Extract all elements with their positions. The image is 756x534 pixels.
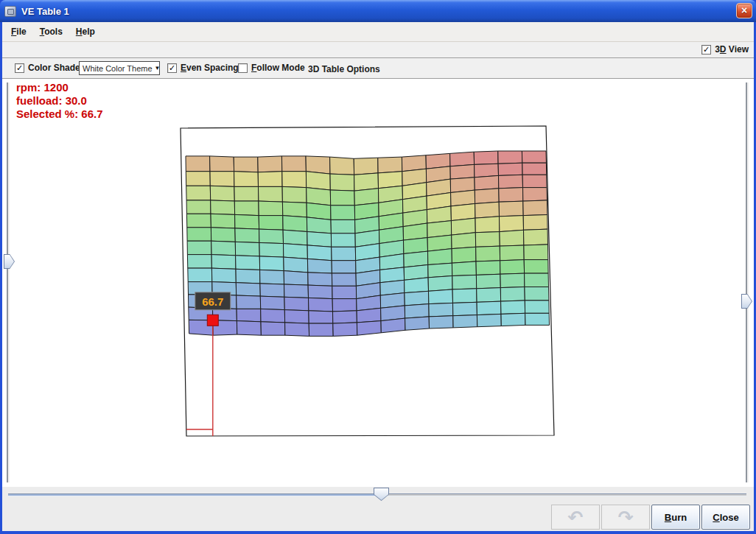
mesh-cell[interactable]	[499, 175, 523, 189]
mesh-cell[interactable]	[499, 188, 523, 203]
mesh-cell[interactable]	[405, 317, 430, 330]
mesh-cell[interactable]	[476, 274, 500, 289]
mesh-cell[interactable]	[522, 151, 546, 163]
mesh-cell[interactable]	[451, 218, 475, 235]
mesh-cell[interactable]	[235, 228, 259, 243]
mesh-cell[interactable]	[452, 233, 476, 249]
mesh-cell[interactable]	[235, 242, 259, 256]
mesh-cell[interactable]	[307, 245, 332, 261]
left-slider-thumb[interactable]	[4, 254, 15, 269]
mesh-cell[interactable]	[237, 309, 261, 321]
mesh-cell[interactable]	[261, 309, 285, 323]
bottom-slider-thumb[interactable]	[374, 488, 389, 501]
undo-button[interactable]: ↶	[551, 505, 600, 530]
mesh-cell[interactable]	[331, 205, 355, 220]
mesh-cell[interactable]	[210, 156, 234, 172]
mesh-cell[interactable]	[259, 186, 283, 202]
mesh-cell[interactable]	[428, 249, 452, 265]
mesh-cell[interactable]	[210, 172, 234, 187]
mesh-cell[interactable]	[309, 323, 333, 336]
titlebar[interactable]: VE Table 1 ×	[0, 0, 756, 22]
mesh-cell[interactable]	[260, 284, 284, 297]
mesh-cell[interactable]	[357, 308, 381, 323]
mesh-cell[interactable]	[234, 157, 258, 172]
mesh-cell[interactable]	[475, 189, 499, 204]
mesh-cell[interactable]	[308, 285, 332, 299]
mesh-cell[interactable]	[500, 230, 524, 246]
mesh-cell[interactable]	[475, 175, 499, 190]
mesh-cell[interactable]	[525, 313, 550, 325]
mesh-cell[interactable]	[259, 256, 284, 271]
mesh-cell[interactable]	[281, 156, 306, 172]
mesh-cell[interactable]	[331, 233, 355, 247]
burn-button[interactable]: Burn	[651, 505, 700, 530]
mesh-cell[interactable]	[236, 269, 260, 284]
mesh-cell[interactable]	[259, 243, 284, 258]
even-spacing-checkbox[interactable]: ✓ Even Spacing	[167, 63, 239, 73]
3d-table-options-button[interactable]: 3D Table Options	[308, 64, 380, 74]
mesh-cell[interactable]	[306, 156, 330, 174]
checkbox-box[interactable]: ✓	[15, 63, 24, 73]
mesh-cell[interactable]	[259, 216, 283, 231]
mesh-cell[interactable]	[187, 241, 211, 254]
mesh-cell[interactable]	[330, 174, 354, 191]
mesh-cell[interactable]	[261, 322, 285, 335]
checkbox-box[interactable]: ✓	[701, 45, 711, 55]
mesh-cell[interactable]	[284, 257, 308, 273]
mesh-cell[interactable]	[284, 297, 309, 311]
mesh-cell[interactable]	[309, 298, 333, 312]
mesh-cell[interactable]	[284, 310, 309, 324]
mesh-cell[interactable]	[330, 190, 354, 205]
mesh-cell[interactable]	[237, 295, 261, 309]
mesh-cell[interactable]	[306, 172, 330, 190]
mesh-cell[interactable]	[405, 304, 429, 319]
mesh-cell[interactable]	[331, 219, 355, 233]
mesh-cell[interactable]	[524, 260, 548, 274]
mesh-cell[interactable]	[476, 261, 500, 275]
mesh-cell[interactable]	[501, 313, 525, 326]
mesh-cell[interactable]	[284, 284, 309, 298]
close-window-button[interactable]: ×	[736, 3, 752, 18]
mesh-cell[interactable]	[330, 157, 354, 175]
mesh-cell[interactable]	[260, 270, 284, 284]
mesh-cell[interactable]	[282, 172, 307, 188]
mesh-cell[interactable]	[211, 214, 235, 228]
left-slider-track[interactable]	[7, 82, 10, 482]
mesh-cell[interactable]	[333, 323, 357, 337]
mesh-cell[interactable]	[332, 273, 356, 286]
right-slider-thumb[interactable]	[741, 294, 752, 309]
mesh-cell[interactable]	[498, 163, 522, 175]
mesh-cell[interactable]	[307, 217, 331, 233]
mesh-cell[interactable]	[186, 186, 211, 200]
mesh-cell[interactable]	[476, 246, 500, 261]
mesh-cell[interactable]	[500, 260, 525, 275]
mesh-cell[interactable]	[186, 200, 211, 214]
mesh-cell[interactable]	[453, 315, 477, 328]
mesh-cell[interactable]	[282, 202, 307, 217]
right-slider-track[interactable]	[746, 82, 749, 482]
mesh-cell[interactable]	[282, 186, 307, 203]
mesh-cell[interactable]	[234, 201, 259, 216]
mesh-cell[interactable]	[258, 172, 282, 187]
mesh-cell[interactable]	[234, 172, 259, 187]
mesh-cell[interactable]	[522, 163, 547, 175]
close-button[interactable]: Close	[701, 505, 750, 530]
mesh-cell[interactable]	[499, 201, 523, 217]
mesh-cell[interactable]	[307, 232, 332, 247]
mesh-cell[interactable]	[475, 164, 499, 178]
mesh-cell[interactable]	[332, 261, 356, 273]
mesh-cell[interactable]	[429, 316, 453, 329]
mesh-cell[interactable]	[429, 303, 453, 317]
mesh-cell[interactable]	[354, 173, 379, 191]
mesh-cell[interactable]	[378, 172, 402, 189]
mesh-cell[interactable]	[308, 273, 332, 286]
mesh-cell[interactable]	[452, 247, 476, 263]
mesh-cell[interactable]	[211, 241, 236, 256]
mesh-cell[interactable]	[188, 268, 212, 282]
mesh-cell[interactable]	[309, 311, 333, 323]
mesh-cell[interactable]	[475, 202, 500, 218]
mesh-cell[interactable]	[381, 318, 405, 333]
mesh-cell[interactable]	[452, 289, 477, 303]
mesh-cell[interactable]	[332, 286, 357, 298]
mesh-cell[interactable]	[475, 217, 500, 233]
